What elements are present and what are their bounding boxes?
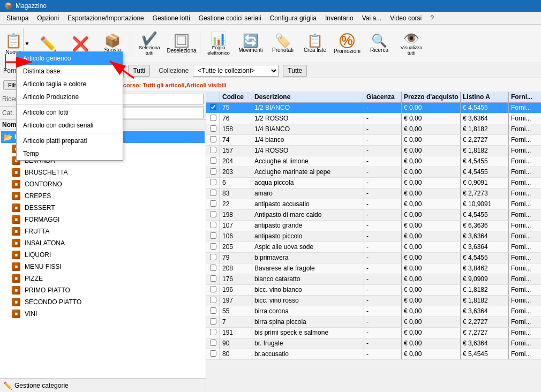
- tree-footer: ✏️ Gestione categorie: [0, 378, 206, 392]
- table-row[interactable]: 203 Acciughe marinate al pepe - € 0,00 €…: [206, 167, 541, 178]
- row-check[interactable]: [206, 167, 220, 177]
- tree-item-dessert[interactable]: ■DESSERT: [1, 202, 205, 214]
- row-check[interactable]: [206, 178, 220, 188]
- row-check[interactable]: [206, 317, 220, 327]
- tree-item-primo_piatto[interactable]: ■PRIMO PIATTO: [1, 284, 205, 296]
- dropdown-item-articolo-taglia[interactable]: Articolo taglia e colore: [17, 78, 123, 91]
- row-check[interactable]: [206, 263, 220, 274]
- collezione-select[interactable]: <Tutte le collezioni>: [193, 65, 279, 77]
- table-row[interactable]: 55 birra corona - € 0,00 € 3,6364 Forni.…: [206, 306, 541, 317]
- table-row[interactable]: 198 Antipasto di mare caldo - € 0,00 € 4…: [206, 210, 541, 221]
- row-check[interactable]: [206, 114, 220, 124]
- table-row[interactable]: 6 acqua piccola - € 0,00 € 0,9091 Forni.…: [206, 178, 541, 189]
- dropdown-item-articolo-produzione[interactable]: Articolo Produzione: [17, 91, 123, 103]
- dropdown-item-temp[interactable]: Temp: [17, 147, 123, 160]
- tree-item-bruschetta[interactable]: ■BRUSCHETTA: [1, 167, 205, 178]
- row-check[interactable]: [206, 285, 220, 295]
- row-check[interactable]: [206, 124, 220, 134]
- table-row[interactable]: 75 1/2 BIANCO - € 0,00 € 4,5455 Forni...: [206, 103, 541, 114]
- tree-item-vini[interactable]: ■VINI: [1, 308, 205, 320]
- row-codice: 203: [220, 167, 252, 177]
- dropdown-item-articolo-generico[interactable]: Articolo generico: [17, 52, 123, 65]
- row-check[interactable]: [206, 135, 220, 145]
- menu-configura[interactable]: Configura griglia: [266, 13, 321, 23]
- menu-gestione-lotti[interactable]: Gestione lotti: [148, 13, 194, 23]
- table-row[interactable]: 80 br.accusatio - € 0,00 € 5,4545 Forni.…: [206, 349, 541, 360]
- tree-item-menu_fissi[interactable]: ■MENU FISSI: [1, 261, 205, 273]
- menu-inventario[interactable]: Inventario: [321, 13, 358, 23]
- tree-item-crepes[interactable]: ■CREPES: [1, 190, 205, 202]
- menu-gestione-codici[interactable]: Gestione codici seriali: [194, 13, 266, 23]
- table-row[interactable]: 157 1/4 ROSSO - € 0,00 € 1,8182 Forni...: [206, 146, 541, 156]
- row-check[interactable]: [206, 221, 220, 231]
- table-row[interactable]: 83 amaro - € 0,00 € 2,7273 Forni...: [206, 189, 541, 199]
- row-check[interactable]: [206, 199, 220, 209]
- crea-liste-button[interactable]: 📋 Crea liste: [300, 28, 330, 60]
- menu-video[interactable]: Video corsi: [386, 13, 426, 23]
- tree-item-insalatona[interactable]: ■INSALATONA: [1, 237, 205, 249]
- table-row[interactable]: 191 bis primi speck e salmone - € 0,00 €…: [206, 328, 541, 338]
- menu-opzioni[interactable]: Opzioni: [33, 13, 63, 23]
- visualizza-tutti-button[interactable]: 👁️ Visualizza tutti: [396, 28, 426, 60]
- table-row[interactable]: 90 br. frugale - € 0,00 € 3,6364 Forni..…: [206, 338, 541, 349]
- tree-item-contorno[interactable]: ■CONTORNO: [1, 178, 205, 190]
- row-giacenza: -: [364, 253, 402, 263]
- tree-item-secondo_piatto[interactable]: ■SECONDO PIATTO: [1, 296, 205, 308]
- movimenti-label: Movimenti: [238, 47, 263, 53]
- tree-item-pizze[interactable]: ■PIZZE: [1, 273, 205, 284]
- prenotati-button[interactable]: 🏷️ Prenotati: [268, 28, 298, 60]
- deseleziona-button[interactable]: ☐ Deseleziona: [167, 28, 197, 60]
- table-row[interactable]: 74 1/4 bianco - € 0,00 € 2,2727 Forni...: [206, 135, 541, 146]
- movimenti-button[interactable]: 🔄 Movimenti: [236, 28, 266, 60]
- foglio-button[interactable]: 📊 Foglio elettronico: [204, 28, 234, 60]
- row-check[interactable]: [206, 306, 220, 316]
- table-row[interactable]: 107 antipasto grande - € 0,00 € 6,3636 F…: [206, 221, 541, 231]
- deseleziona-label: Deseleziona: [167, 48, 196, 54]
- row-check[interactable]: [206, 189, 220, 199]
- table-row[interactable]: 176 bianco cataratto - € 0,00 € 9,0909 F…: [206, 274, 541, 285]
- table-row[interactable]: 158 1/4 BIANCO - € 0,00 € 1,8182 Forni..…: [206, 124, 541, 135]
- table-row[interactable]: 197 bicc. vino rosso - € 0,00 € 1,8182 F…: [206, 296, 541, 306]
- table-row[interactable]: 208 Bavarese alle fragole - € 0,00 € 3,8…: [206, 263, 541, 274]
- row-check[interactable]: [206, 296, 220, 306]
- menu-help[interactable]: ?: [426, 13, 438, 23]
- table-row[interactable]: 79 b.primavera - € 0,00 € 4,5455 Forni..…: [206, 253, 541, 263]
- menu-vai[interactable]: Vai a...: [358, 13, 386, 23]
- row-check[interactable]: [206, 103, 220, 113]
- tree-item-liquori[interactable]: ■LIQUORI: [1, 249, 205, 261]
- row-check[interactable]: [206, 231, 220, 242]
- table-row[interactable]: 204 Acciughe al limone - € 0,00 € 4,5455…: [206, 156, 541, 167]
- row-check[interactable]: [206, 338, 220, 349]
- dropdown-item-piatti[interactable]: Articolo piatti preparati: [17, 134, 123, 147]
- tutti-button[interactable]: Tutti: [128, 65, 150, 77]
- dropdown-item-distinta-base[interactable]: Distinta base: [17, 65, 123, 78]
- dropdown-item-articolo-lotti[interactable]: Articolo con lotti: [17, 106, 123, 119]
- seleziona-tutti-button[interactable]: ✔️ Seleziona tutti: [134, 28, 164, 60]
- row-check[interactable]: [206, 156, 220, 167]
- row-check[interactable]: [206, 210, 220, 220]
- table-row[interactable]: 7 birra spina piccola - € 0,00 € 2,2727 …: [206, 317, 541, 328]
- dropdown-item-articolo-seriali[interactable]: Articolo con codici seriali: [17, 119, 123, 132]
- row-check[interactable]: [206, 328, 220, 338]
- tree-item-formaggi[interactable]: ■FORMAGGI: [1, 214, 205, 225]
- row-listino: € 5,4545: [461, 349, 509, 359]
- ricerca-button[interactable]: 🔍 Ricerca: [364, 28, 394, 60]
- row-check[interactable]: [206, 349, 220, 359]
- row-check[interactable]: [206, 274, 220, 284]
- row-listino: € 6,3636: [461, 221, 509, 231]
- row-check[interactable]: [206, 146, 220, 156]
- menu-stampa[interactable]: Stampa: [2, 13, 33, 23]
- table-row[interactable]: 196 bicc. vino bianco - € 0,00 € 1,8182 …: [206, 285, 541, 296]
- row-check[interactable]: [206, 242, 220, 252]
- table-row[interactable]: 22 antipasto accusatio - € 0,00 € 10,909…: [206, 199, 541, 210]
- row-check[interactable]: [206, 253, 220, 263]
- tree-item-frutta[interactable]: ■FRUTTA: [1, 225, 205, 237]
- row-giacenza: -: [364, 221, 402, 231]
- menu-esportazione[interactable]: Esportazione/Importazione: [63, 13, 148, 23]
- table-row[interactable]: 106 antipasto piccolo - € 0,00 € 3,6364 …: [206, 231, 541, 242]
- tutte-button[interactable]: Tutte: [283, 65, 307, 77]
- row-listino: € 4,5455: [461, 103, 509, 113]
- table-row[interactable]: 76 1/2 ROSSO - € 0,00 € 3,6364 Forni...: [206, 114, 541, 124]
- promozioni-button[interactable]: % Promozioni: [332, 28, 362, 60]
- table-row[interactable]: 205 Aspic alle uova sode - € 0,00 € 3,63…: [206, 242, 541, 253]
